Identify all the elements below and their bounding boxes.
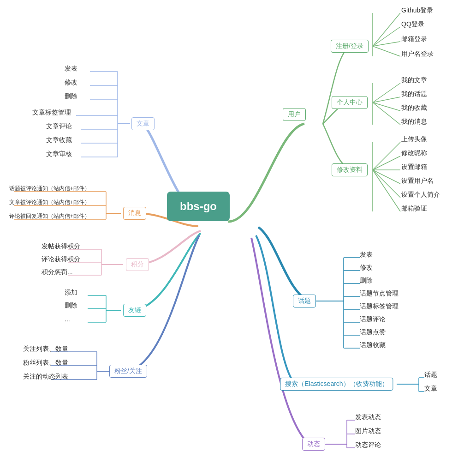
article-box: 文章 [131, 117, 155, 130]
leaf-my-article: 我的文章 [401, 76, 427, 84]
topic-label: 话题 [298, 297, 311, 304]
leaf-fans-follow-list: 关注列表、数量 [23, 345, 68, 353]
leaf-topic-node: 话题节点管理 [360, 289, 399, 298]
leaf-github: Github登录 [401, 6, 433, 15]
message-box: 消息 [123, 207, 146, 220]
user-label: 用户 [288, 110, 301, 118]
leaf-article-delete: 删除 [65, 92, 77, 101]
leaf-msg-topic: 话题被评论通知（站内信+邮件） [9, 185, 90, 193]
personal-label: 个人中心 [337, 98, 363, 106]
leaf-topic-post: 发表 [360, 251, 373, 259]
register-label: 注册/登录 [336, 42, 363, 49]
leaf-msg-article: 文章被评论通知（站内信+邮件） [9, 199, 90, 206]
leaf-dynamic-photo: 图片动态 [355, 427, 381, 435]
topic-box: 话题 [293, 295, 316, 307]
leaf-email-verify: 邮箱验证 [401, 205, 427, 213]
fans-label: 粉丝/关注 [114, 367, 142, 374]
svg-line-2 [373, 42, 400, 46]
search-box: 搜索（Elasticsearch）（收费功能） [280, 378, 393, 391]
leaf-article-edit: 修改 [65, 78, 77, 87]
personal-box: 个人中心 [332, 96, 368, 109]
leaf-article-tags: 文章标签管理 [32, 108, 71, 117]
leaf-article-post: 发表 [65, 65, 77, 73]
leaf-article-review: 文章审核 [46, 150, 72, 158]
leaf-my-collect: 我的收藏 [401, 104, 427, 112]
leaf-msg-reply: 评论被回复通知（站内信+邮件） [9, 212, 90, 220]
svg-line-3 [373, 46, 400, 56]
leaf-topic-collect: 话题收藏 [360, 341, 386, 349]
score-box: 积分 [126, 258, 149, 271]
search-label: 搜索（Elasticsearch）（收费功能） [285, 380, 388, 387]
leaf-dynamic-comment: 动态评论 [355, 441, 381, 449]
message-label: 消息 [128, 209, 141, 217]
leaf-fans-list: 粉丝列表、数量 [23, 359, 68, 367]
leaf-fl-del: 删除 [65, 301, 77, 310]
leaf-avatar: 上传头像 [401, 135, 427, 144]
leaf-intro: 设置个人简介 [401, 191, 440, 199]
leaf-dynamic-post: 发表动态 [355, 413, 381, 422]
leaf-article-comment: 文章评论 [46, 122, 72, 131]
leaf-fl-add: 添加 [65, 289, 77, 297]
leaf-article-collect: 文章收藏 [46, 136, 72, 145]
svg-line-15 [373, 170, 400, 211]
leaf-fl-more: ... [65, 315, 70, 323]
leaf-username-login: 用户名登录 [401, 50, 434, 58]
leaf-topic-delete: 删除 [360, 277, 373, 285]
leaf-score-penalty: 积分惩罚... [42, 268, 73, 277]
profile-box: 修改资料 [332, 163, 368, 176]
leaf-fans-dynamic: 关注的动态列表 [23, 373, 68, 381]
center-label: bbs-go [180, 200, 217, 212]
leaf-username-set: 设置用户名 [401, 177, 434, 185]
leaf-my-topic: 我的话题 [401, 90, 427, 98]
leaf-score-post: 发帖获得积分 [42, 242, 80, 251]
center-node: bbs-go [167, 192, 230, 221]
dynamic-box: 动态 [302, 438, 325, 451]
svg-line-10 [373, 142, 400, 170]
svg-line-14 [373, 170, 400, 198]
svg-line-8 [373, 102, 400, 125]
svg-line-13 [373, 170, 400, 184]
leaf-email-login: 邮箱登录 [401, 35, 427, 43]
score-label: 积分 [131, 260, 144, 268]
profile-label: 修改资料 [337, 166, 363, 173]
leaf-score-comment: 评论获得积分 [42, 255, 80, 264]
dynamic-label: 动态 [307, 440, 320, 447]
user-box: 用户 [283, 108, 306, 121]
leaf-my-message: 我的消息 [401, 118, 427, 126]
friendlink-box: 友链 [123, 304, 146, 317]
leaf-topic-comment: 话题评论 [360, 315, 386, 324]
leaf-topic-edit: 修改 [360, 264, 373, 272]
fans-box: 粉丝/关注 [109, 365, 147, 378]
leaf-nickname: 修改昵称 [401, 149, 427, 157]
register-box: 注册/登录 [331, 40, 369, 53]
leaf-qq: QQ登录 [401, 20, 424, 29]
friendlink-label: 友链 [128, 306, 141, 313]
svg-line-11 [373, 156, 400, 170]
article-label: 文章 [137, 120, 149, 127]
svg-line-7 [373, 102, 400, 111]
leaf-topic-like: 话题点赞 [360, 328, 386, 337]
leaf-search-article: 文章 [424, 385, 437, 393]
leaf-topic-tags: 话题标签管理 [360, 302, 399, 311]
leaf-search-topic: 话题 [424, 371, 437, 379]
leaf-email-set: 设置邮箱 [401, 163, 427, 171]
